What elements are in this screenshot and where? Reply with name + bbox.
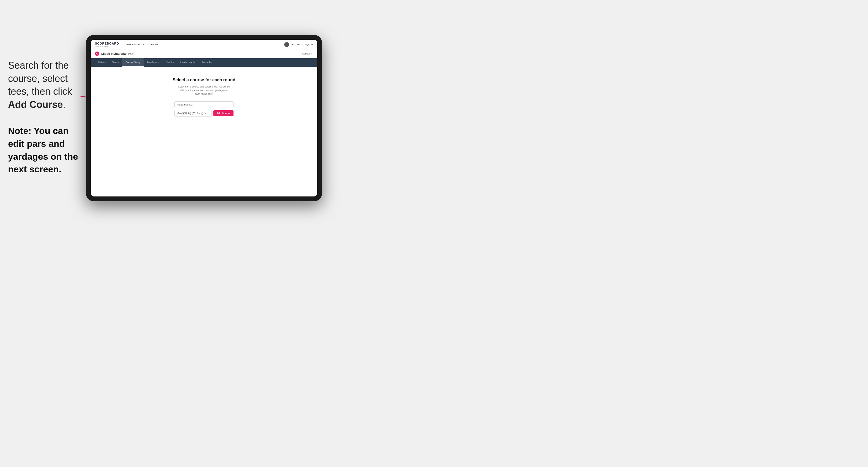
- tab-details[interactable]: Details: [95, 58, 109, 67]
- tee-value-text: Gold (M) (M) (7010 yds): [178, 112, 203, 115]
- course-search-input[interactable]: [175, 101, 234, 108]
- tablet-device: SCOREBOARD Powered by clippd TOURNAMENTS…: [86, 35, 322, 201]
- tournament-header: C Clippd Invitational (Men) Cancel ✕: [91, 50, 317, 58]
- cancel-button[interactable]: Cancel ✕: [302, 52, 313, 55]
- instruction-note: Note: You can edit pars and yardages on …: [8, 125, 86, 176]
- section-description: Search for a course and select a tee. Yo…: [177, 85, 231, 96]
- main-content: Select a course for each round Search fo…: [91, 67, 317, 196]
- logo-sub: Powered by clippd: [95, 45, 119, 47]
- instruction-panel: Search for the course, select tees, then…: [8, 59, 86, 176]
- user-info: Test User: [291, 43, 300, 45]
- tournament-icon: C: [95, 52, 99, 56]
- top-nav: SCOREBOARD Powered by clippd TOURNAMENTS…: [91, 40, 317, 50]
- user-avatar: [284, 42, 289, 47]
- logo-area: SCOREBOARD Powered by clippd: [95, 42, 119, 47]
- add-course-button[interactable]: Add Course: [213, 110, 234, 116]
- tournament-name: Clippd Invitational: [101, 52, 126, 55]
- tournament-title-area: C Clippd Invitational (Men): [95, 52, 134, 56]
- nav-tournaments[interactable]: TOURNAMENTS: [124, 42, 145, 47]
- tab-teams[interactable]: Teams: [109, 58, 123, 67]
- tee-chevron-icon: ⌄: [207, 112, 209, 114]
- nav-items: TOURNAMENTS TEAMS: [124, 42, 284, 47]
- sign-out-link[interactable]: Sign out: [305, 43, 313, 45]
- tournament-gender: (Men): [128, 52, 134, 55]
- logo-text: SCOREBOARD: [95, 42, 119, 45]
- tee-select-field[interactable]: Gold (M) (M) (7010 yds) ✕ ⌄: [175, 110, 212, 117]
- instruction-text: Search for the course, select tees, then…: [8, 59, 86, 111]
- tablet-screen: SCOREBOARD Powered by clippd TOURNAMENTS…: [91, 40, 317, 196]
- add-course-bold: Add Course: [8, 99, 63, 110]
- tab-results[interactable]: Results: [163, 58, 177, 67]
- nav-teams[interactable]: TEAMS: [150, 42, 159, 47]
- tee-select-row: Gold (M) (M) (7010 yds) ✕ ⌄ Add Course: [175, 110, 234, 117]
- tab-tee-groups[interactable]: Tee Groups: [144, 58, 163, 67]
- tabs-bar: Details Teams Course Setup Tee Groups Re…: [91, 58, 317, 67]
- tab-course-setup[interactable]: Course Setup: [122, 58, 144, 67]
- section-title: Select a course for each round: [173, 77, 236, 83]
- pipe: |: [303, 43, 303, 45]
- tab-printables[interactable]: Printables: [198, 58, 216, 67]
- nav-right: Test User | Sign out: [284, 42, 313, 47]
- tee-clear-button[interactable]: ✕: [204, 112, 207, 115]
- course-input-area: Gold (M) (M) (7010 yds) ✕ ⌄ Add Course: [175, 101, 234, 117]
- tee-select-controls: ✕ ⌄: [204, 112, 209, 115]
- tab-leaderboards[interactable]: Leaderboards: [177, 58, 198, 67]
